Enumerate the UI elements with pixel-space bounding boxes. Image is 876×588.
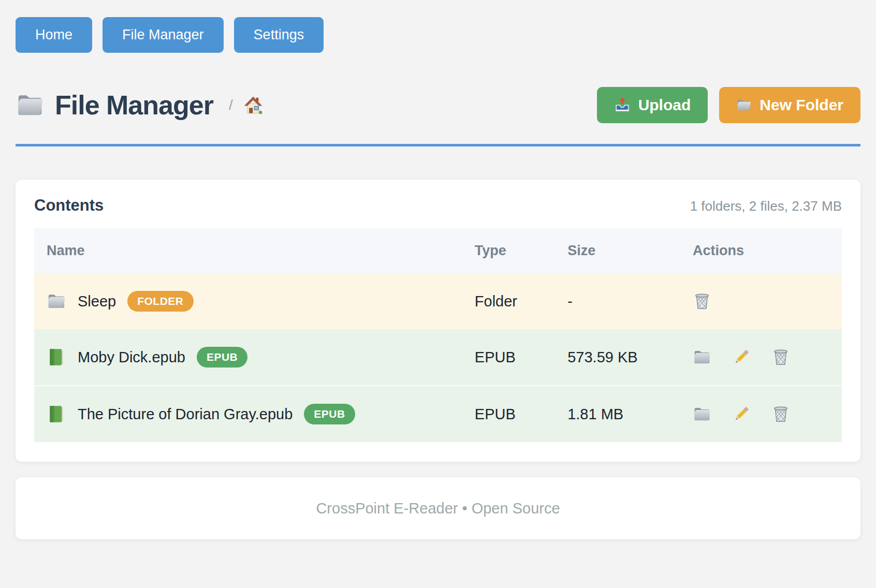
- trash-icon: [771, 348, 790, 366]
- column-header-size: Size: [555, 228, 680, 273]
- delete-button[interactable]: [771, 405, 790, 423]
- delete-button[interactable]: [693, 292, 711, 311]
- book-icon: [47, 404, 66, 424]
- file-size: 1.81 MB: [555, 386, 680, 442]
- upload-tray-icon: [614, 97, 631, 113]
- folder-icon: [693, 348, 711, 366]
- nav-home-button[interactable]: Home: [16, 17, 92, 53]
- epub-badge: EPUB: [197, 347, 247, 368]
- column-header-type: Type: [462, 228, 555, 273]
- column-header-actions: Actions: [680, 228, 842, 273]
- title-group: File Manager /: [16, 90, 263, 121]
- table-row: The Picture of Dorian Gray.epub EPUB EPU…: [34, 386, 842, 442]
- upload-button[interactable]: Upload: [597, 87, 708, 123]
- folder-icon: [693, 405, 711, 423]
- panel-header: Contents 1 folders, 2 files, 2.37 MB: [34, 196, 842, 228]
- file-table: Name Type Size Actions Sleep FOLDER: [34, 228, 842, 442]
- epub-badge: EPUB: [304, 404, 355, 424]
- page: Home File Manager Settings File Manager …: [0, 0, 876, 539]
- rename-button[interactable]: [732, 405, 751, 423]
- move-button[interactable]: [693, 405, 711, 423]
- rename-button[interactable]: [732, 348, 751, 366]
- file-name-link[interactable]: The Picture of Dorian Gray.epub: [78, 406, 293, 423]
- nav-file-manager-button[interactable]: File Manager: [103, 17, 224, 53]
- file-type: Folder: [462, 273, 555, 329]
- trash-icon: [693, 292, 711, 311]
- nav-settings-button[interactable]: Settings: [234, 17, 324, 53]
- footer-text: CrossPoint E-Reader • Open Source: [316, 500, 560, 517]
- file-type: EPUB: [462, 386, 555, 442]
- delete-button[interactable]: [771, 348, 790, 366]
- table-row: Sleep FOLDER Folder -: [34, 273, 842, 329]
- folder-badge: FOLDER: [127, 291, 193, 312]
- book-icon: [47, 347, 66, 367]
- contents-panel: Contents 1 folders, 2 files, 2.37 MB Nam…: [16, 180, 860, 462]
- toolbar: Upload New Folder: [597, 87, 860, 123]
- new-folder-button[interactable]: New Folder: [719, 87, 860, 123]
- top-nav: Home File Manager Settings: [16, 17, 860, 53]
- header-divider: [16, 144, 860, 146]
- upload-button-label: Upload: [638, 96, 691, 114]
- folder-icon: [47, 291, 66, 311]
- panel-title: Contents: [34, 196, 104, 215]
- file-size: 573.59 KB: [555, 329, 680, 386]
- folder-name-link[interactable]: Sleep: [78, 293, 116, 310]
- column-header-name: Name: [34, 228, 462, 273]
- table-header-row: Name Type Size Actions: [34, 228, 842, 273]
- folder-icon: [16, 91, 45, 120]
- table-row: Moby Dick.epub EPUB EPUB 573.59 KB: [34, 329, 842, 386]
- house-icon[interactable]: [243, 95, 263, 115]
- footer: CrossPoint E-Reader • Open Source: [16, 477, 860, 539]
- folder-icon: [736, 97, 752, 113]
- pencil-icon: [732, 405, 751, 423]
- contents-summary: 1 folders, 2 files, 2.37 MB: [690, 198, 842, 214]
- file-name-link[interactable]: Moby Dick.epub: [78, 349, 185, 366]
- move-button[interactable]: [693, 348, 711, 366]
- new-folder-button-label: New Folder: [760, 96, 843, 114]
- pencil-icon: [732, 348, 751, 366]
- file-type: EPUB: [462, 329, 555, 386]
- file-size: -: [555, 273, 680, 329]
- breadcrumb-separator: /: [229, 97, 233, 113]
- trash-icon: [771, 405, 790, 423]
- page-title: File Manager: [55, 90, 213, 121]
- page-header: File Manager / Upload New Folder: [16, 87, 860, 123]
